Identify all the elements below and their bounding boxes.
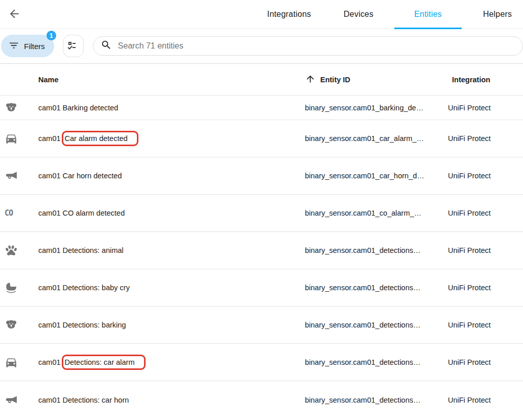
entity-integration: UniFi Protect: [448, 396, 523, 404]
entity-id: binary_sensor.cam01_co_alarm_…: [305, 209, 448, 217]
entity-integration: UniFi Protect: [448, 104, 523, 112]
filters-count-badge: 1: [46, 31, 56, 40]
nav-tabs: Integrations Devices Entities Helpers: [254, 0, 523, 29]
paw-icon: [5, 244, 18, 257]
annotation-red-box: Detections: car alarm: [62, 355, 146, 370]
molecule-co-icon: CO: [5, 208, 13, 218]
tab-devices-label: Devices: [344, 10, 373, 19]
table-row[interactable]: cam01 Car alarm detected binary_sensor.c…: [0, 120, 523, 157]
tab-devices[interactable]: Devices: [324, 0, 393, 29]
entity-name: cam01 Detections: baby cry: [38, 284, 305, 292]
filter-variant-icon: [8, 40, 19, 53]
entity-integration: UniFi Protect: [448, 321, 523, 329]
column-header-entity-id[interactable]: Entity ID: [305, 74, 448, 86]
entity-name: cam01 Detections: car horn: [38, 396, 305, 404]
dog-icon: [5, 318, 18, 332]
table-row[interactable]: cam01 Detections: baby cry binary_sensor…: [0, 269, 523, 307]
table-row[interactable]: cam01 Car horn detected binary_sensor.ca…: [0, 157, 523, 195]
filters-button-label: Filters: [24, 42, 45, 51]
annotation-red-box: Car alarm detected: [62, 131, 138, 146]
tab-entities[interactable]: Entities: [393, 0, 463, 29]
entity-name: cam01 CO alarm detected: [38, 209, 305, 217]
tab-helpers-label: Helpers: [483, 10, 512, 19]
entity-table-body: cam01 Barking detected binary_sensor.cam…: [0, 96, 523, 418]
cradle-icon: [5, 281, 18, 294]
entity-id: binary_sensor.cam01_detections…: [305, 246, 448, 254]
car-icon: [5, 132, 18, 145]
car-icon: [5, 356, 18, 369]
search-field: [93, 36, 523, 56]
table-row[interactable]: cam01 Barking detected binary_sensor.cam…: [0, 96, 523, 120]
dog-icon: [5, 101, 18, 114]
top-bar: Integrations Devices Entities Helpers: [0, 0, 523, 29]
entity-id: binary_sensor.cam01_detections…: [305, 321, 448, 329]
tab-entities-label: Entities: [414, 10, 442, 19]
entity-integration: UniFi Protect: [448, 358, 523, 366]
entity-integration: UniFi Protect: [448, 209, 523, 217]
filter-toolbar: Filters 1: [0, 29, 523, 64]
table-row[interactable]: cam01 Detections: car horn binary_sensor…: [0, 381, 523, 418]
tab-integrations[interactable]: Integrations: [254, 0, 324, 29]
back-button[interactable]: [6, 6, 22, 22]
selection-mode-button[interactable]: [63, 35, 84, 57]
sort-arrow-up-icon: [305, 74, 316, 86]
search-input[interactable]: [118, 41, 522, 51]
entity-name: cam01 Car horn detected: [38, 172, 305, 180]
bugle-icon: [5, 169, 18, 182]
table-row[interactable]: CO cam01 CO alarm detected binary_sensor…: [0, 195, 523, 232]
entity-name: cam01 Car alarm detected: [38, 134, 305, 143]
entity-id: binary_sensor.cam01_car_alarm_…: [305, 134, 448, 143]
entity-integration: UniFi Protect: [448, 134, 523, 143]
column-header-name[interactable]: Name: [38, 76, 305, 84]
search-icon: [101, 39, 112, 53]
column-header-integration[interactable]: Integration: [448, 76, 523, 84]
entity-integration: UniFi Protect: [448, 246, 523, 254]
entity-name: cam01 Barking detected: [38, 104, 305, 112]
tab-helpers[interactable]: Helpers: [463, 0, 523, 29]
entity-id: binary_sensor.cam01_barking_de…: [305, 104, 448, 112]
table-row[interactable]: cam01 Detections: car alarm binary_senso…: [0, 344, 523, 381]
entity-id: binary_sensor.cam01_car_horn_d…: [305, 172, 448, 180]
column-header-entity-id-label: Entity ID: [320, 76, 350, 84]
entity-name: cam01 Detections: car alarm: [38, 358, 305, 366]
tab-integrations-label: Integrations: [267, 10, 311, 19]
entity-id: binary_sensor.cam01_detections…: [305, 396, 448, 404]
entity-id: binary_sensor.cam01_detections…: [305, 284, 448, 292]
table-row[interactable]: cam01 Detections: barking binary_sensor.…: [0, 307, 523, 344]
entity-id: binary_sensor.cam01_detections…: [305, 358, 448, 366]
bugle-icon: [5, 393, 18, 407]
entity-name: cam01 Detections: barking: [38, 321, 305, 329]
format-list-checks-icon: [67, 39, 79, 53]
arrow-left-icon: [8, 7, 21, 22]
entity-integration: UniFi Protect: [448, 284, 523, 292]
filters-button[interactable]: Filters 1: [1, 35, 54, 57]
entity-name: cam01 Detections: animal: [38, 246, 305, 254]
table-row[interactable]: cam01 Detections: animal binary_sensor.c…: [0, 232, 523, 269]
entity-integration: UniFi Protect: [448, 172, 523, 180]
table-header: Name Entity ID Integration: [0, 64, 523, 96]
